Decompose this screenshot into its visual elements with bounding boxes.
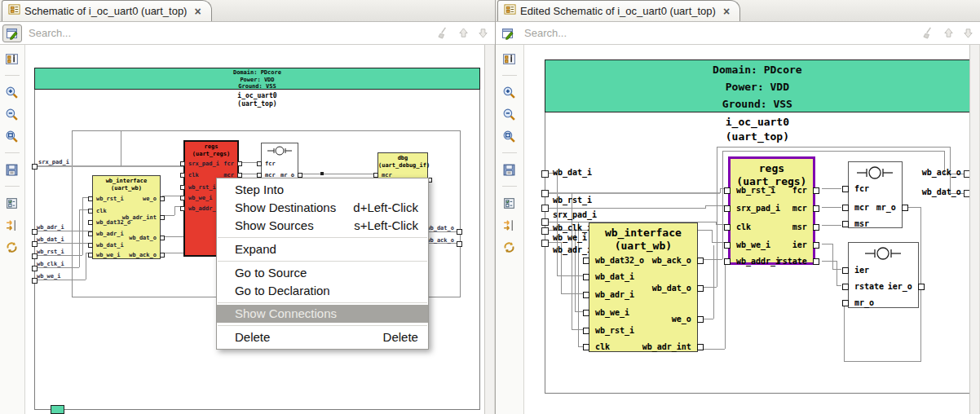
schematic-icon xyxy=(8,3,20,19)
block-name: regs xyxy=(185,142,237,151)
port-pin xyxy=(541,205,549,212)
menu-item-delete[interactable]: DeleteDelete xyxy=(217,328,428,346)
arrow-down-icon[interactable] xyxy=(960,26,975,41)
menu-item-show-sources[interactable]: Show Sourcess+Left-Click xyxy=(217,217,428,235)
wire xyxy=(725,261,726,349)
edit-schematic-button[interactable] xyxy=(2,24,22,42)
process-symbol-icon xyxy=(857,165,893,181)
vertical-scrollbar[interactable] xyxy=(484,45,495,414)
diagram-properties-button[interactable] xyxy=(500,50,519,68)
port-label: wb_dat32_o xyxy=(96,220,130,226)
close-icon[interactable]: × xyxy=(194,6,201,17)
port-pin xyxy=(964,170,969,178)
menu-label: Expand xyxy=(235,240,276,258)
menu-item-go-to-source[interactable]: Go to Source xyxy=(217,264,428,282)
menu-label: Go to Declaration xyxy=(235,282,330,300)
zoom-fit-button[interactable] xyxy=(2,127,22,145)
show-pins-button[interactable] xyxy=(2,216,22,234)
block-name: wb_interface xyxy=(93,176,160,185)
port-label: wb_we_i xyxy=(595,308,629,317)
search-input[interactable] xyxy=(523,26,916,40)
wire xyxy=(703,259,722,260)
arrow-up-icon[interactable] xyxy=(941,26,956,41)
wire xyxy=(162,196,182,196)
filter-options-button[interactable] xyxy=(500,194,519,212)
menu-shortcut: Delete xyxy=(383,328,418,346)
clear-search-button[interactable] xyxy=(921,26,936,41)
close-icon[interactable]: × xyxy=(723,6,730,17)
port-label: wb_ack_o xyxy=(652,256,691,265)
input-port-label: wb_rst_i xyxy=(37,249,64,255)
menu-item-go-to-declaration[interactable]: Go to Declaration xyxy=(217,282,428,300)
port-pin xyxy=(541,170,549,178)
toolbar-separator xyxy=(5,152,20,153)
ground-label: Ground: VSS xyxy=(545,95,969,112)
domain-header: Domain: PDcore Power: VDD Ground: VSS xyxy=(34,68,480,90)
clear-search-button[interactable] xyxy=(436,26,451,41)
reload-icon xyxy=(5,240,19,254)
show-pins-button[interactable] xyxy=(500,216,519,234)
reload-icon xyxy=(502,240,516,254)
port-label: we_o xyxy=(143,196,157,202)
module-title: i_oc_uart0 (uart_top) xyxy=(545,115,969,144)
wire xyxy=(86,253,86,280)
block-regs-selected[interactable]: regs (uart_regs) wb_rst_i srx_pad_i clk … xyxy=(728,156,815,265)
edit-schematic-button[interactable] xyxy=(498,24,518,42)
menu-item-show-connections[interactable]: Show Connections xyxy=(217,305,428,323)
toolbar-separator xyxy=(5,186,20,187)
menu-item-expand[interactable]: Expand xyxy=(217,240,428,258)
input-port-label: wb_adr_i xyxy=(553,245,592,254)
block-process-1[interactable]: fcr mcr msr mr_o xyxy=(848,161,903,228)
vertical-scrollbar[interactable] xyxy=(969,45,980,414)
port-label: wb_rst_i xyxy=(595,326,634,335)
zoom-out-button[interactable] xyxy=(2,105,22,123)
zoom-in-button[interactable] xyxy=(2,83,22,101)
block-type: (uart_wb) xyxy=(93,185,160,192)
reload-button[interactable] xyxy=(500,238,519,256)
tab-schematic[interactable]: Schematic of i_oc_uart0 (uart_top) × xyxy=(2,0,212,21)
menu-item-step-into[interactable]: Step Into xyxy=(217,181,428,199)
tabbar-right: Edited Schematic of i_oc_uart0 (uart_top… xyxy=(496,0,980,22)
block-wb-interface[interactable]: wb_interface (uart_wb) wb_dat32_o wb_dat… xyxy=(589,222,698,352)
wire xyxy=(37,243,92,244)
zoom-out-icon xyxy=(502,108,516,121)
search-row-left xyxy=(0,22,495,45)
wire xyxy=(547,192,720,194)
port-label: wb_dat_i xyxy=(595,272,634,281)
block-wb-interface[interactable]: wb_interface (uart_wb) wb_rst_i clk wb_d… xyxy=(92,175,161,259)
port-label: wb_rst_i xyxy=(96,196,124,202)
menu-shortcut: d+Left-Click xyxy=(353,199,418,217)
menu-separator xyxy=(218,237,427,238)
schematic-canvas[interactable]: Domain: PDcore Power: VDD Ground: VSS i_… xyxy=(524,45,969,414)
reload-button[interactable] xyxy=(2,238,22,256)
wire xyxy=(713,245,714,319)
arrow-up-icon[interactable] xyxy=(456,26,470,41)
schematic-toolbar-left xyxy=(0,45,25,414)
arrow-down-icon[interactable] xyxy=(475,26,490,41)
zoom-fit-button[interactable] xyxy=(500,127,519,145)
menu-item-show-destinations[interactable]: Show Destinationsd+Left-Click xyxy=(217,199,428,217)
input-port-label: srx_pad_i xyxy=(38,160,69,165)
port-label: wb_adr_int xyxy=(642,342,691,351)
tab-edited-schematic[interactable]: Edited Schematic of i_oc_uart0 (uart_top… xyxy=(497,0,740,21)
wire xyxy=(837,261,837,285)
search-input[interactable] xyxy=(27,26,431,40)
diagram-properties-button[interactable] xyxy=(2,50,22,68)
port-label: clk xyxy=(188,173,199,178)
block-process-2[interactable]: ier rstate mr_o ier_o xyxy=(848,242,919,308)
wire xyxy=(37,255,82,256)
save-button[interactable] xyxy=(2,161,22,178)
port-label: wb_adr_i xyxy=(595,290,634,299)
context-menu: Step Into Show Destinationsd+Left-Click … xyxy=(216,178,429,350)
zoom-in-button[interactable] xyxy=(500,83,519,101)
menu-label: Go to Source xyxy=(235,264,307,282)
port-label: wb_adr_int xyxy=(122,215,157,221)
wire xyxy=(37,165,183,167)
zoom-out-button[interactable] xyxy=(500,105,519,123)
schematic-canvas[interactable]: Domain: PDcore Power: VDD Ground: VSS i_… xyxy=(25,45,484,414)
filter-options-button[interactable] xyxy=(2,194,22,212)
wire xyxy=(722,151,723,259)
save-button[interactable] xyxy=(500,161,519,178)
input-port-label: wb_dat_i xyxy=(37,237,64,243)
app-window: Schematic of i_oc_uart0 (uart_top) × xyxy=(0,0,980,414)
